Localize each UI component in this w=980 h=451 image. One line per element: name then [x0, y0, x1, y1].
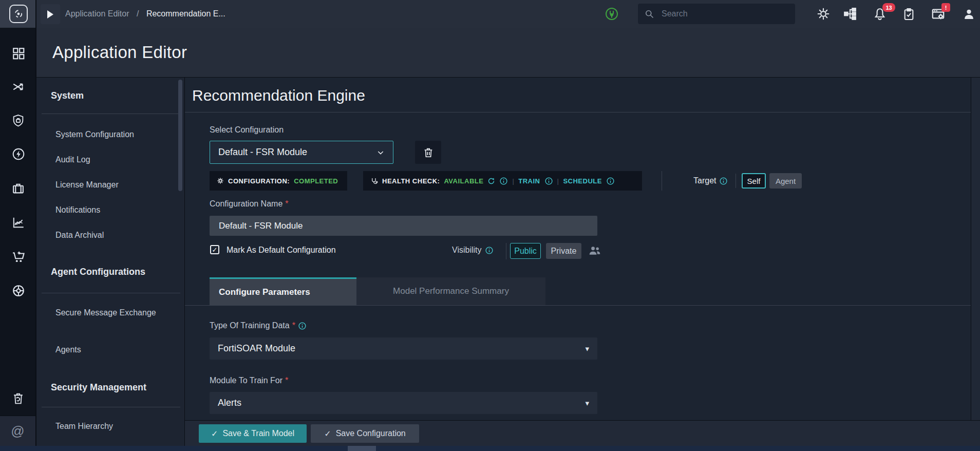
- sitemap-icon[interactable]: [843, 7, 857, 21]
- sidebar-item-team-hierarchy[interactable]: Team Hierarchy: [55, 420, 174, 433]
- left-icon-rail: @: [0, 28, 36, 446]
- check-icon: ✓: [211, 429, 218, 439]
- target-agent-button[interactable]: Agent: [769, 173, 802, 189]
- configuration-name-input[interactable]: [210, 216, 597, 236]
- required-asterisk: *: [285, 199, 288, 209]
- schedule-info-icon[interactable]: [606, 177, 615, 185]
- search-icon: [644, 9, 654, 19]
- breadcrumb-current: Recommendation E...: [146, 9, 225, 18]
- chevron-down-icon: [376, 148, 385, 157]
- dashboard-icon[interactable]: [11, 46, 26, 61]
- check-icon: ✓: [324, 429, 331, 439]
- configuration-name-label-text: Configuration Name: [210, 199, 282, 209]
- gear-icon: [217, 177, 224, 184]
- sidebar-section-security-management: Security Management: [51, 382, 169, 393]
- main-scrollbar-gutter: [971, 78, 980, 420]
- module-dropdown[interactable]: Alerts ▾: [210, 392, 597, 414]
- horizontal-scrollbar-thumb[interactable]: [348, 446, 376, 451]
- search-bar[interactable]: [638, 4, 795, 24]
- connection-status-icon[interactable]: [605, 7, 619, 21]
- analytics-icon[interactable]: [11, 215, 26, 230]
- sidebar-item-data-archival[interactable]: Data Archival: [55, 229, 174, 241]
- visibility-public-button[interactable]: Public: [510, 243, 541, 259]
- recycle-bin-icon[interactable]: [11, 391, 26, 406]
- health-check-value: AVAILABLE: [444, 177, 483, 185]
- sidebar-section-agent-configurations: Agent Configurations: [51, 267, 169, 277]
- tasks-clipboard-icon[interactable]: [901, 7, 916, 21]
- top-bar: Application Editor / Recommendation E...: [0, 0, 980, 28]
- content-heading: Recommendation Engine: [192, 87, 365, 104]
- dropdown-arrow-icon: ▾: [585, 399, 589, 408]
- sidebar-item-license-manager[interactable]: License Manager: [55, 178, 174, 191]
- main-content: Recommendation Engine Select Configurati…: [185, 78, 971, 420]
- target-self-button[interactable]: Self: [742, 173, 766, 189]
- breadcrumb-parent[interactable]: Application Editor: [65, 9, 129, 18]
- status-separator: |: [557, 177, 559, 185]
- save-configuration-button[interactable]: ✓ Save Configuration: [311, 424, 419, 443]
- sidebar-item-system-configuration[interactable]: System Configuration: [55, 128, 174, 141]
- tab-model-performance-summary[interactable]: Model Performance Summary: [356, 277, 545, 305]
- app-logo[interactable]: [9, 5, 28, 23]
- configuration-status-label: CONFIGURATION:: [228, 177, 290, 185]
- sidebar-expand-button[interactable]: [41, 4, 60, 24]
- trash-icon: [423, 147, 434, 158]
- status-vertical-divider: [662, 171, 662, 191]
- automation-icon[interactable]: [11, 146, 26, 161]
- train-info-icon[interactable]: [544, 177, 553, 185]
- sidebar-scrollbar-thumb[interactable]: [178, 80, 182, 191]
- save-train-button[interactable]: ✓ Save & Train Model: [199, 424, 307, 443]
- check-icon: ✓: [212, 246, 218, 254]
- shuffle-icon[interactable]: [11, 79, 26, 94]
- visibility-private-button[interactable]: Private: [546, 243, 581, 259]
- training-data-dropdown[interactable]: FortiSOAR Module ▾: [210, 337, 597, 360]
- section-divider: [42, 407, 180, 407]
- breadcrumb-separator: /: [137, 9, 139, 18]
- target-info-icon[interactable]: [719, 177, 728, 185]
- app-logo-icon: [13, 8, 24, 20]
- wheel-icon[interactable]: [11, 283, 26, 298]
- footer-action-bar: ✓ Save & Train Model ✓ Save Configuratio…: [185, 420, 980, 446]
- at-icon[interactable]: @: [11, 423, 24, 439]
- tab-configure-parameters[interactable]: Configure Parameters: [210, 277, 356, 305]
- cart-icon[interactable]: [11, 249, 26, 264]
- module-label: Module To Train For *: [210, 376, 288, 385]
- module-label-text: Module To Train For: [210, 376, 282, 385]
- required-asterisk: *: [292, 321, 295, 330]
- sidebar-item-agents[interactable]: Agents: [55, 343, 174, 356]
- user-avatar-icon[interactable]: [962, 7, 976, 21]
- status-separator: |: [512, 177, 514, 185]
- configuration-status-badge: CONFIGURATION: COMPLETED: [210, 171, 347, 191]
- health-check-info-icon[interactable]: [499, 177, 508, 185]
- visibility-info-icon[interactable]: [485, 246, 494, 255]
- training-data-info-icon[interactable]: [298, 322, 307, 330]
- play-icon: [47, 10, 53, 18]
- search-input[interactable]: [661, 9, 779, 19]
- training-data-value: FortiSOAR Module: [218, 343, 295, 354]
- training-data-label: Type Of Training Data*: [210, 321, 307, 330]
- page-title-band: Application Editor: [36, 28, 980, 78]
- select-configuration-dropdown[interactable]: Default - FSR Module: [210, 141, 393, 164]
- sidebar-item-notifications[interactable]: Notifications: [55, 203, 174, 216]
- select-configuration-value: Default - FSR Module: [218, 147, 307, 158]
- alert-badge: !: [941, 3, 950, 12]
- horizontal-scrollbar: [0, 446, 980, 451]
- sidebar-item-audit-log[interactable]: Audit Log: [55, 153, 174, 166]
- shield-icon[interactable]: [11, 113, 26, 128]
- training-data-label-text: Type Of Training Data: [210, 321, 290, 330]
- settings-gear-icon[interactable]: [816, 7, 831, 21]
- tabs-divider: [185, 305, 971, 306]
- mark-default-checkbox[interactable]: ✓: [210, 245, 219, 254]
- support-section[interactable]: @: [0, 416, 35, 446]
- sidebar-item-secure-message-exchange[interactable]: Secure Message Exchange: [55, 306, 158, 319]
- save-configuration-label: Save Configuration: [336, 429, 406, 438]
- schedule-link[interactable]: SCHEDULE: [563, 177, 602, 185]
- configuration-name-label: Configuration Name *: [210, 199, 289, 209]
- briefcase-icon[interactable]: [11, 181, 26, 196]
- heading-divider: [185, 112, 971, 112]
- refresh-icon[interactable]: [487, 177, 495, 185]
- mark-default-label: Mark As Default Configuration: [227, 246, 336, 255]
- train-link[interactable]: TRAIN: [518, 177, 540, 185]
- module-value: Alerts: [218, 398, 241, 408]
- people-icon[interactable]: [589, 246, 601, 256]
- delete-configuration-button[interactable]: [415, 141, 441, 164]
